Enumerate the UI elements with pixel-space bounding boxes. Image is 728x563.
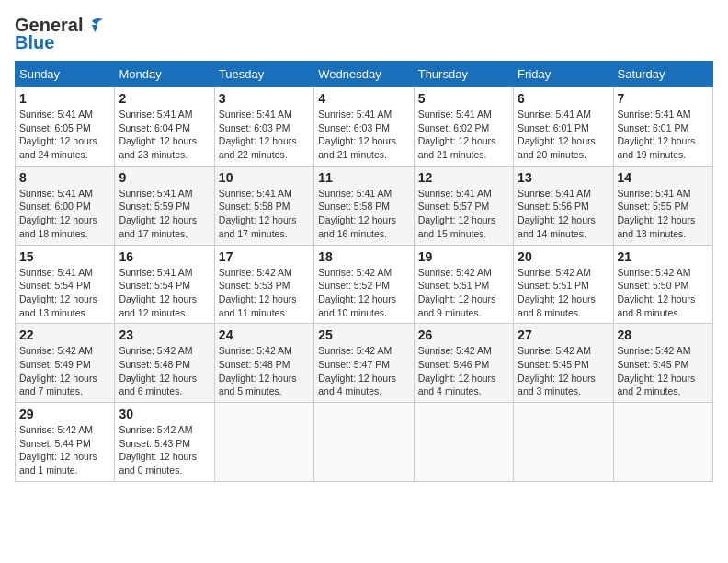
day-info: Sunrise: 5:42 AM Sunset: 5:50 PM Dayligh…: [618, 266, 709, 320]
weekday-header-wednesday: Wednesday: [314, 62, 414, 87]
day-info: Sunrise: 5:42 AM Sunset: 5:44 PM Dayligh…: [19, 423, 110, 477]
day-info: Sunrise: 5:41 AM Sunset: 5:57 PM Dayligh…: [418, 187, 509, 241]
day-number: 27: [518, 327, 609, 342]
day-info: Sunrise: 5:41 AM Sunset: 6:01 PM Dayligh…: [618, 108, 709, 162]
day-number: 20: [518, 249, 609, 264]
day-number: 6: [518, 91, 609, 106]
day-info: Sunrise: 5:42 AM Sunset: 5:45 PM Dayligh…: [618, 344, 709, 398]
day-info: Sunrise: 5:42 AM Sunset: 5:48 PM Dayligh…: [219, 344, 310, 398]
day-number: 23: [119, 327, 210, 342]
calendar-cell: 2 Sunrise: 5:41 AM Sunset: 6:04 PM Dayli…: [115, 87, 214, 167]
day-number: 12: [418, 170, 509, 185]
calendar-cell: 14 Sunrise: 5:41 AM Sunset: 5:55 PM Dayl…: [613, 166, 712, 245]
logo: General Blue: [15, 15, 105, 53]
day-info: Sunrise: 5:41 AM Sunset: 6:03 PM Dayligh…: [219, 108, 310, 162]
day-info: Sunrise: 5:41 AM Sunset: 5:59 PM Dayligh…: [119, 187, 210, 241]
day-number: 26: [418, 327, 509, 342]
day-info: Sunrise: 5:42 AM Sunset: 5:48 PM Dayligh…: [119, 344, 210, 398]
day-number: 17: [219, 249, 310, 264]
day-info: Sunrise: 5:42 AM Sunset: 5:53 PM Dayligh…: [219, 266, 310, 320]
day-number: 22: [19, 327, 110, 342]
calendar-cell: [214, 403, 313, 482]
day-info: Sunrise: 5:42 AM Sunset: 5:47 PM Dayligh…: [318, 344, 409, 398]
calendar-cell: 5 Sunrise: 5:41 AM Sunset: 6:02 PM Dayli…: [414, 87, 513, 167]
day-info: Sunrise: 5:42 AM Sunset: 5:49 PM Dayligh…: [19, 344, 110, 398]
day-number: 3: [219, 91, 310, 106]
calendar-cell: 11 Sunrise: 5:41 AM Sunset: 5:58 PM Dayl…: [314, 166, 414, 245]
calendar-cell: 20 Sunrise: 5:42 AM Sunset: 5:51 PM Dayl…: [514, 245, 613, 324]
day-info: Sunrise: 5:42 AM Sunset: 5:45 PM Dayligh…: [518, 344, 609, 398]
day-number: 28: [618, 327, 709, 342]
calendar-cell: 9 Sunrise: 5:41 AM Sunset: 5:59 PM Dayli…: [115, 166, 214, 245]
weekday-header-thursday: Thursday: [414, 62, 513, 87]
day-number: 13: [518, 170, 609, 185]
day-number: 7: [618, 91, 709, 106]
calendar-cell: 25 Sunrise: 5:42 AM Sunset: 5:47 PM Dayl…: [314, 324, 414, 403]
calendar-cell: [314, 403, 414, 482]
day-number: 30: [119, 407, 210, 421]
day-number: 24: [219, 327, 310, 342]
day-info: Sunrise: 5:41 AM Sunset: 5:58 PM Dayligh…: [219, 187, 310, 241]
calendar-cell: 8 Sunrise: 5:41 AM Sunset: 6:00 PM Dayli…: [16, 166, 115, 245]
day-number: 1: [19, 91, 110, 106]
calendar-cell: [613, 403, 712, 482]
day-info: Sunrise: 5:42 AM Sunset: 5:52 PM Dayligh…: [318, 266, 409, 320]
day-number: 21: [618, 249, 709, 264]
calendar-cell: 19 Sunrise: 5:42 AM Sunset: 5:51 PM Dayl…: [414, 245, 513, 324]
day-number: 4: [318, 91, 409, 106]
calendar-cell: 13 Sunrise: 5:41 AM Sunset: 5:56 PM Dayl…: [514, 166, 613, 245]
logo-blue-text: Blue: [15, 32, 54, 53]
day-info: Sunrise: 5:41 AM Sunset: 5:54 PM Dayligh…: [19, 266, 110, 320]
day-info: Sunrise: 5:41 AM Sunset: 6:00 PM Dayligh…: [19, 187, 110, 241]
day-number: 14: [618, 170, 709, 185]
weekday-header-monday: Monday: [115, 62, 214, 87]
day-info: Sunrise: 5:41 AM Sunset: 6:05 PM Dayligh…: [19, 108, 110, 162]
day-number: 18: [318, 249, 409, 264]
calendar-cell: 24 Sunrise: 5:42 AM Sunset: 5:48 PM Dayl…: [214, 324, 313, 403]
calendar-cell: 30 Sunrise: 5:42 AM Sunset: 5:43 PM Dayl…: [115, 403, 214, 482]
day-info: Sunrise: 5:41 AM Sunset: 6:03 PM Dayligh…: [318, 108, 409, 162]
day-number: 16: [119, 249, 210, 264]
day-number: 10: [219, 170, 310, 185]
calendar-cell: 6 Sunrise: 5:41 AM Sunset: 6:01 PM Dayli…: [514, 87, 613, 167]
calendar-cell: 7 Sunrise: 5:41 AM Sunset: 6:01 PM Dayli…: [613, 87, 712, 167]
page-header: General Blue: [15, 15, 713, 53]
calendar-cell: [414, 403, 513, 482]
calendar-cell: 4 Sunrise: 5:41 AM Sunset: 6:03 PM Dayli…: [314, 87, 414, 167]
calendar-cell: 1 Sunrise: 5:41 AM Sunset: 6:05 PM Dayli…: [16, 87, 115, 167]
day-number: 8: [19, 170, 110, 185]
day-info: Sunrise: 5:41 AM Sunset: 6:02 PM Dayligh…: [418, 108, 509, 162]
weekday-header-saturday: Saturday: [613, 62, 712, 87]
day-info: Sunrise: 5:41 AM Sunset: 6:04 PM Dayligh…: [119, 108, 210, 162]
day-info: Sunrise: 5:42 AM Sunset: 5:43 PM Dayligh…: [119, 423, 210, 477]
logo-bird-icon: [85, 17, 105, 34]
weekday-header-tuesday: Tuesday: [214, 62, 313, 87]
calendar-cell: 21 Sunrise: 5:42 AM Sunset: 5:50 PM Dayl…: [613, 245, 712, 324]
day-number: 2: [119, 91, 210, 106]
calendar-table: SundayMondayTuesdayWednesdayThursdayFrid…: [15, 61, 713, 482]
day-info: Sunrise: 5:41 AM Sunset: 5:58 PM Dayligh…: [318, 187, 409, 241]
day-info: Sunrise: 5:42 AM Sunset: 5:51 PM Dayligh…: [418, 266, 509, 320]
calendar-cell: 18 Sunrise: 5:42 AM Sunset: 5:52 PM Dayl…: [314, 245, 414, 324]
calendar-cell: 22 Sunrise: 5:42 AM Sunset: 5:49 PM Dayl…: [16, 324, 115, 403]
calendar-cell: 23 Sunrise: 5:42 AM Sunset: 5:48 PM Dayl…: [115, 324, 214, 403]
calendar-cell: 10 Sunrise: 5:41 AM Sunset: 5:58 PM Dayl…: [214, 166, 313, 245]
day-number: 15: [19, 249, 110, 264]
calendar-cell: [514, 403, 613, 482]
day-number: 11: [318, 170, 409, 185]
day-info: Sunrise: 5:41 AM Sunset: 5:54 PM Dayligh…: [119, 266, 210, 320]
day-number: 29: [19, 407, 110, 421]
calendar-cell: 26 Sunrise: 5:42 AM Sunset: 5:46 PM Dayl…: [414, 324, 513, 403]
calendar-cell: 27 Sunrise: 5:42 AM Sunset: 5:45 PM Dayl…: [514, 324, 613, 403]
weekday-header-sunday: Sunday: [16, 62, 115, 87]
calendar-cell: 12 Sunrise: 5:41 AM Sunset: 5:57 PM Dayl…: [414, 166, 513, 245]
day-number: 5: [418, 91, 509, 106]
day-number: 19: [418, 249, 509, 264]
calendar-cell: 16 Sunrise: 5:41 AM Sunset: 5:54 PM Dayl…: [115, 245, 214, 324]
day-info: Sunrise: 5:42 AM Sunset: 5:51 PM Dayligh…: [518, 266, 609, 320]
day-info: Sunrise: 5:41 AM Sunset: 5:55 PM Dayligh…: [618, 187, 709, 241]
calendar-cell: 28 Sunrise: 5:42 AM Sunset: 5:45 PM Dayl…: [613, 324, 712, 403]
day-info: Sunrise: 5:41 AM Sunset: 6:01 PM Dayligh…: [518, 108, 609, 162]
day-info: Sunrise: 5:42 AM Sunset: 5:46 PM Dayligh…: [418, 344, 509, 398]
calendar-cell: 3 Sunrise: 5:41 AM Sunset: 6:03 PM Dayli…: [214, 87, 313, 167]
